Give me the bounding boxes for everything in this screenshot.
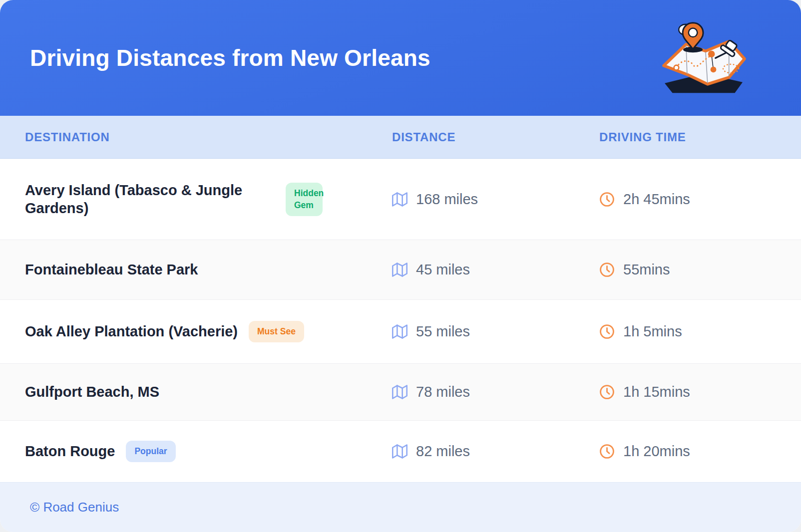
distance-cell: 168 miles bbox=[392, 191, 599, 208]
driving-time-cell: 1h 5mins bbox=[599, 323, 801, 340]
driving-time-value: 1h 5mins bbox=[623, 323, 682, 340]
destination-name: Fontainebleau State Park bbox=[25, 261, 198, 278]
distance-value: 45 miles bbox=[416, 262, 470, 278]
table-row: Baton Rouge Popular 82 miles 1h 20mins bbox=[0, 420, 801, 482]
clock-icon bbox=[599, 262, 615, 277]
table-row: Fontainebleau State Park 45 miles 55mins bbox=[0, 240, 801, 299]
driving-time-value: 1h 15mins bbox=[623, 384, 690, 400]
driving-time-cell: 1h 20mins bbox=[599, 443, 801, 460]
table-header-row: DESTINATION DISTANCE DRIVING TIME bbox=[0, 116, 801, 159]
table-row: Avery Island (Tabasco & Jungle Gardens) … bbox=[0, 159, 801, 240]
column-header-driving-time: DRIVING TIME bbox=[599, 130, 801, 144]
map-icon bbox=[392, 384, 407, 400]
card-header: Driving Distances from New Orleans bbox=[0, 0, 801, 116]
driving-time-cell: 1h 15mins bbox=[599, 384, 801, 400]
card-footer: © Road Genius bbox=[0, 482, 801, 532]
map-icon bbox=[392, 444, 407, 459]
clock-icon bbox=[599, 444, 615, 459]
map-illustration-icon bbox=[655, 19, 753, 97]
destination-name: Avery Island (Tabasco & Jungle Gardens) bbox=[25, 181, 275, 218]
destination-name: Oak Alley Plantation (Vacherie) bbox=[25, 322, 238, 340]
distance-value: 55 miles bbox=[416, 323, 470, 340]
page-title: Driving Distances from New Orleans bbox=[30, 44, 430, 71]
clock-icon bbox=[599, 384, 615, 400]
destination-cell: Avery Island (Tabasco & Jungle Gardens) … bbox=[25, 181, 392, 218]
distance-cell: 55 miles bbox=[392, 323, 599, 340]
driving-time-value: 1h 20mins bbox=[623, 443, 690, 460]
column-header-destination: DESTINATION bbox=[25, 130, 392, 144]
distance-cell: 45 miles bbox=[392, 262, 599, 278]
distance-value: 82 miles bbox=[416, 443, 470, 460]
footer-credit: © Road Genius bbox=[30, 500, 119, 515]
table-row: Gulfport Beach, MS 78 miles 1h 15mins bbox=[0, 363, 801, 420]
destination-cell: Gulfport Beach, MS bbox=[25, 383, 392, 401]
driving-time-cell: 2h 45mins bbox=[599, 191, 801, 208]
distance-value: 168 miles bbox=[416, 191, 478, 208]
map-icon bbox=[392, 192, 407, 207]
destination-cell: Oak Alley Plantation (Vacherie) Must See bbox=[25, 321, 392, 342]
destination-name: Gulfport Beach, MS bbox=[25, 383, 159, 401]
map-icon bbox=[392, 262, 407, 277]
driving-time-value: 55mins bbox=[623, 262, 670, 278]
clock-icon bbox=[599, 192, 615, 207]
column-header-distance: DISTANCE bbox=[392, 130, 599, 144]
popular-badge: Popular bbox=[126, 441, 175, 462]
driving-distances-card: Driving Distances from New Orleans bbox=[0, 0, 801, 532]
table-row: Oak Alley Plantation (Vacherie) Must See… bbox=[0, 299, 801, 363]
clock-icon bbox=[599, 324, 615, 339]
distance-value: 78 miles bbox=[416, 384, 470, 400]
destination-cell: Fontainebleau State Park bbox=[25, 261, 392, 278]
table-body: Avery Island (Tabasco & Jungle Gardens) … bbox=[0, 159, 801, 482]
driving-time-cell: 55mins bbox=[599, 262, 801, 278]
destination-cell: Baton Rouge Popular bbox=[25, 441, 392, 462]
must-see-badge: Must See bbox=[249, 321, 304, 342]
distance-cell: 82 miles bbox=[392, 443, 599, 460]
driving-time-value: 2h 45mins bbox=[623, 191, 690, 208]
distance-cell: 78 miles bbox=[392, 384, 599, 400]
hidden-gem-badge: Hidden Gem bbox=[286, 183, 323, 216]
destination-name: Baton Rouge bbox=[25, 442, 115, 460]
map-icon bbox=[392, 324, 407, 339]
